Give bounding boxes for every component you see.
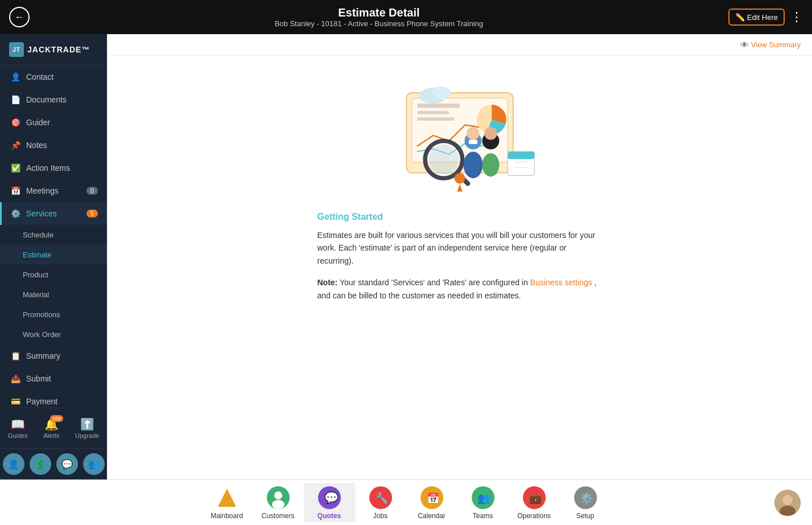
svg-point-10: [463, 151, 483, 178]
svg-point-14: [482, 153, 499, 177]
eye-icon: 👁: [740, 40, 749, 50]
svg-marker-24: [218, 489, 236, 507]
group-icon-button[interactable]: 👥: [83, 453, 105, 475]
view-summary-bar: 👁 View Summary: [107, 34, 812, 56]
main-content: Getting Started Estimates are built for …: [232, 56, 687, 319]
guides-icon: 📖: [11, 417, 25, 431]
svg-point-15: [484, 127, 497, 140]
svg-point-26: [274, 491, 282, 499]
svg-text:👥: 👥: [477, 492, 491, 505]
header-actions: ✏️ Edit Here ⋮: [728, 9, 803, 26]
services-label: Services: [26, 209, 57, 218]
note-text: Your standard 'Services' and 'Rates' are…: [340, 278, 530, 287]
svg-text:💬: 💬: [324, 491, 339, 505]
alerts-button[interactable]: 🔔 268 Alerts: [40, 414, 63, 442]
sidebar-sub-product[interactable]: Product: [0, 265, 107, 285]
summary-label: Summary: [26, 351, 60, 360]
sidebar-sub-work-order[interactable]: Work Order: [0, 325, 107, 344]
svg-text:📅: 📅: [427, 492, 440, 505]
getting-started-title: Getting Started: [318, 212, 602, 222]
svg-point-20: [454, 173, 465, 184]
upgrade-icon: ⬆️: [80, 417, 94, 431]
sidebar-item-meetings[interactable]: 📅 Meetings 0: [0, 179, 107, 202]
bottom-nav-quotes[interactable]: 💬 Quotes: [304, 483, 355, 522]
action-items-icon: ✅: [11, 163, 20, 173]
sidebar-sub-schedule[interactable]: Schedule: [0, 225, 107, 245]
more-options-button[interactable]: ⋮: [790, 10, 803, 24]
page-title: Estimate Detail: [275, 6, 483, 19]
back-button[interactable]: ←: [9, 7, 30, 27]
submit-label: Submit: [26, 374, 51, 383]
services-badge: 5: [86, 210, 98, 218]
bottom-nav-mainboard[interactable]: Mainboard: [201, 483, 253, 522]
sidebar-item-notes[interactable]: 📌 Notes: [0, 134, 107, 157]
sidebar-item-documents[interactable]: 📄 Documents: [0, 88, 107, 111]
services-icon: ⚙️: [11, 209, 20, 218]
bottom-nav-calendar[interactable]: 📅 Calendar: [406, 483, 457, 522]
bottom-nav-customers[interactable]: Customers: [253, 483, 304, 522]
svg-text:💼: 💼: [529, 492, 542, 505]
sidebar-sub-estimate[interactable]: Estimate: [0, 245, 107, 265]
contact-icon: 👤: [11, 72, 20, 81]
meetings-label: Meetings: [26, 186, 59, 195]
dollar-icon-button[interactable]: 💲: [30, 453, 51, 475]
main-layout: JT JACKTRADE™ 👤 Contact 📄 Documents: [0, 34, 812, 479]
sidebar-item-submit[interactable]: 📤 Submit: [0, 367, 107, 390]
bottom-nav-setup[interactable]: ⚙️ Setup: [560, 483, 611, 522]
sidebar-item-guider[interactable]: 🎯 Guider: [0, 111, 107, 134]
sidebar-item-services[interactable]: ⚙️ Services 5: [0, 202, 107, 225]
sidebar-item-contact[interactable]: 👤 Contact: [0, 65, 107, 88]
chat-icon-button[interactable]: 💬: [56, 453, 78, 475]
svg-text:⚙️: ⚙️: [580, 492, 593, 505]
edit-label: Edit Here: [747, 13, 778, 22]
note-line: Note: Your standard 'Services' and 'Rate…: [318, 276, 602, 302]
bottom-nav-teams[interactable]: 👥 Teams: [457, 483, 509, 522]
svg-rect-5: [417, 117, 455, 121]
teams-icon: 👥: [471, 485, 496, 510]
business-settings-link[interactable]: Business settings: [530, 278, 592, 287]
action-items-label: Action Items: [26, 163, 70, 173]
sidebar-sub-material[interactable]: Material: [0, 285, 107, 305]
view-summary-link[interactable]: 👁 View Summary: [740, 40, 801, 50]
svg-rect-4: [417, 111, 449, 114]
alerts-badge: 268: [50, 415, 63, 422]
top-header: ← Estimate Detail Bob Stanley - 10181 - …: [0, 0, 812, 34]
contact-label: Contact: [26, 72, 53, 81]
getting-started-section: Getting Started Estimates are built for …: [318, 212, 602, 302]
sidebar-item-action-items[interactable]: ✅ Action Items: [0, 157, 107, 179]
logo: JT JACKTRADE™: [9, 42, 98, 57]
pencil-icon: ✏️: [735, 13, 745, 22]
customers-icon: [266, 485, 291, 510]
payment-label: Payment: [26, 397, 57, 406]
bottom-nav: Mainboard Customers 💬 Quotes 🔧: [0, 479, 812, 525]
guider-icon: 🎯: [11, 118, 20, 127]
page-subtitle: Bob Stanley - 10181 - Active - Business …: [275, 19, 483, 28]
notes-icon: 📌: [11, 141, 20, 150]
guides-button[interactable]: 📖 Guides: [5, 414, 31, 442]
bottom-nav-operations[interactable]: 💼 Operations: [509, 483, 560, 522]
payment-icon: 💳: [11, 397, 20, 406]
illustration: [374, 73, 545, 198]
edit-here-button[interactable]: ✏️ Edit Here: [728, 9, 785, 26]
bottom-nav-jobs[interactable]: 🔧 Jobs: [355, 483, 406, 522]
mainboard-icon: [215, 485, 240, 510]
summary-icon: 📋: [11, 351, 20, 360]
logo-icon: JT: [9, 42, 24, 57]
meetings-icon: 📅: [11, 186, 20, 195]
upgrade-button[interactable]: ⬆️ Upgrade: [72, 414, 102, 442]
submit-icon: 📤: [11, 374, 20, 383]
header-title-area: Estimate Detail Bob Stanley - 10181 - Ac…: [275, 6, 483, 28]
content-area: 👁 View Summary: [107, 34, 812, 479]
documents-icon: 📄: [11, 95, 20, 104]
sidebar-item-payment[interactable]: 💳 Payment: [0, 390, 107, 408]
person-icon-button[interactable]: 👤: [3, 453, 24, 475]
jobs-icon: 🔧: [368, 485, 393, 510]
sidebar-sub-promotions[interactable]: Promotions: [0, 305, 107, 325]
logo-area: JT JACKTRADE™: [0, 34, 107, 65]
sidebar-item-summary[interactable]: 📋 Summary: [0, 344, 107, 367]
user-avatar[interactable]: [774, 490, 801, 516]
quotes-icon: 💬: [317, 485, 342, 510]
sidebar-nav: 👤 Contact 📄 Documents 🎯 Guider: [0, 65, 107, 408]
calendar-icon: 📅: [419, 485, 444, 510]
setup-icon: ⚙️: [573, 485, 598, 510]
